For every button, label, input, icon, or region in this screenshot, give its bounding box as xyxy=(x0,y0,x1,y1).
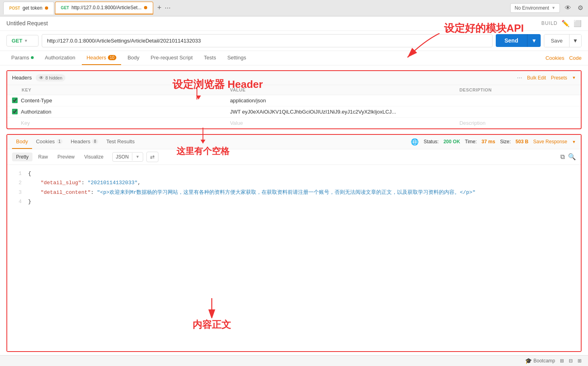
tab-params[interactable]: Params xyxy=(6,51,39,65)
save-button[interactable]: Save xyxy=(544,35,569,47)
response-tab-test-results[interactable]: Test Results xyxy=(102,134,139,149)
key-cell-authorization: Authorization xyxy=(7,106,225,117)
header-row-authorization: Authorization JWT eyJ0eXAiOiJKV1QiLCJhbG… xyxy=(7,106,581,117)
response-tab-body[interactable]: Body xyxy=(12,134,32,149)
response-headers-label: Headers xyxy=(71,138,90,144)
add-tab-button[interactable]: + xyxy=(157,4,162,12)
line-num-3: 3 xyxy=(14,188,22,197)
line-num-4: 4 xyxy=(14,197,22,206)
desc-cell-content-type[interactable] xyxy=(454,95,581,106)
value-cell-empty[interactable]: Value xyxy=(225,117,454,128)
tab-body[interactable]: Body xyxy=(123,51,144,65)
desc-cell-authorization[interactable] xyxy=(454,106,581,117)
tab-get-dot xyxy=(144,6,147,9)
eye-button[interactable]: 👁 xyxy=(563,3,573,13)
status-label: Status: xyxy=(424,139,438,144)
save-dropdown-button[interactable]: ▼ xyxy=(569,35,581,47)
json-line-3-content: "detail_content": "<p>欢迎来到Mr数据杨的学习网站，这里有… xyxy=(28,188,475,197)
presets-button[interactable]: Presets xyxy=(551,75,567,81)
response-tab-cookies[interactable]: Cookies 1 xyxy=(32,134,67,149)
settings-label: Settings xyxy=(227,55,246,61)
tab-tests[interactable]: Tests xyxy=(199,51,221,65)
cookies-link[interactable]: Cookies xyxy=(545,55,564,61)
save-response-chevron-icon: ▼ xyxy=(572,140,576,144)
more-tabs-button[interactable]: ··· xyxy=(164,4,170,12)
method-chevron-icon: ▼ xyxy=(24,39,28,43)
line-num-1: 1 xyxy=(14,169,22,178)
test-results-label: Test Results xyxy=(106,138,135,144)
tab-headers[interactable]: Headers 10 xyxy=(82,51,121,65)
get-method-badge: GET xyxy=(61,6,69,10)
layout-grid-item[interactable]: ⊞ xyxy=(560,358,564,364)
format-pretty[interactable]: Pretty xyxy=(12,152,32,161)
layout-config-icon: ⊞ xyxy=(578,358,582,364)
value-placeholder: Value xyxy=(230,120,243,126)
more-button[interactable]: ··· xyxy=(517,74,522,81)
layout-split-icon: ⊟ xyxy=(569,358,573,364)
key-placeholder[interactable]: Key xyxy=(21,120,30,126)
header-row-content-type: Content-Type application/json xyxy=(7,95,581,106)
presets-chevron-icon: ▼ xyxy=(572,75,576,80)
send-button[interactable]: Send xyxy=(496,34,527,47)
settings-button[interactable]: ⚙ xyxy=(576,2,585,13)
time-value: 37 ms xyxy=(482,139,495,144)
value-cell-authorization[interactable]: JWT eyJ0eXAiOiJKV1QiLCJhbGciOiJIUzI1NiJ9… xyxy=(225,106,454,117)
edit-icon[interactable]: ✏️ xyxy=(562,20,570,27)
send-dropdown-button[interactable]: ▼ xyxy=(527,34,541,47)
desc-column-header: DESCRIPTION xyxy=(454,85,581,95)
layout-grid-icon: ⊞ xyxy=(560,358,564,364)
tab-post-label: get token xyxy=(22,5,42,11)
bulk-edit-button[interactable]: Bulk Edit xyxy=(527,75,546,81)
layout-config-item[interactable]: ⊞ xyxy=(578,358,582,364)
env-label: No Environment xyxy=(515,5,549,11)
hidden-badge[interactable]: 👁 8 hidden xyxy=(36,74,65,81)
method-selector[interactable]: GET ▼ xyxy=(6,35,39,47)
response-body-label: Body xyxy=(16,138,28,144)
format-preview[interactable]: Preview xyxy=(53,152,79,161)
environment-selector[interactable]: No Environment ▼ xyxy=(510,3,560,13)
method-label: GET xyxy=(12,38,22,44)
headers-badge: 10 xyxy=(108,55,116,60)
save-icon[interactable]: ⬜ xyxy=(574,20,582,27)
format-json-label: JSON xyxy=(113,152,132,161)
json-val-detail-slug: "20210114132033" xyxy=(87,180,138,186)
url-input[interactable] xyxy=(42,34,493,47)
json-line-1: 1 { xyxy=(14,169,574,178)
format-select-chevron-icon[interactable]: ▼ xyxy=(132,153,143,161)
bootcamp-icon: 🎓 xyxy=(525,358,532,364)
desc-cell-empty[interactable]: Description xyxy=(454,117,581,128)
tab-bar: POST get token GET http://127.0.0.1:8000… xyxy=(0,0,588,16)
checkbox-content-type[interactable] xyxy=(12,98,18,103)
send-button-group: Send ▼ xyxy=(496,34,541,47)
cookies-badge: 1 xyxy=(57,139,63,144)
section-header-actions: ··· Bulk Edit Presets ▼ xyxy=(517,74,576,81)
save-response-button[interactable]: Save Response xyxy=(533,139,567,144)
bootcamp-item[interactable]: 🎓 Bootcamp xyxy=(525,358,555,364)
line-num-2: 2 xyxy=(14,178,22,187)
section-header: Headers 👁 8 hidden ··· Bulk Edit Presets… xyxy=(7,71,581,85)
tab-prerequest[interactable]: Pre-request Script xyxy=(146,51,198,65)
tab-authorization[interactable]: Authorization xyxy=(40,51,80,65)
format-type-selector[interactable]: JSON ▼ xyxy=(112,152,143,162)
key-column-header: KEY xyxy=(7,85,225,95)
params-dot xyxy=(31,56,34,59)
wrap-button[interactable]: ⇄ xyxy=(146,152,158,162)
value-cell-content-type[interactable]: application/json xyxy=(225,95,454,106)
copy-button[interactable]: ⧉ xyxy=(560,153,565,161)
tab-settings[interactable]: Settings xyxy=(223,51,251,65)
save-button-group: Save ▼ xyxy=(544,34,582,47)
tab-get-article[interactable]: GET http://127.0.0.1:8000/ArticleSet... xyxy=(55,2,153,14)
main-content: Untitled Request BUILD ✏️ ⬜ GET ▼ Send ▼… xyxy=(0,16,588,355)
tab-post-get-token[interactable]: POST get token xyxy=(3,2,54,14)
title-actions: BUILD ✏️ ⬜ xyxy=(541,20,582,27)
search-button[interactable]: 🔍 xyxy=(568,153,576,161)
json-line-3: 3 "detail_content": "<p>欢迎来到Mr数据杨的学习网站，这… xyxy=(14,188,574,197)
format-raw[interactable]: Raw xyxy=(34,152,52,161)
json-close-brace: } xyxy=(28,197,31,206)
layout-split-item[interactable]: ⊟ xyxy=(569,358,573,364)
code-link[interactable]: Code xyxy=(569,55,582,61)
response-tab-headers[interactable]: Headers 8 xyxy=(67,134,102,149)
format-visualize[interactable]: Visualize xyxy=(80,152,107,161)
json-line-2: 2 "detail_slug": "20210114132033", xyxy=(14,178,574,187)
checkbox-authorization[interactable] xyxy=(12,109,18,114)
